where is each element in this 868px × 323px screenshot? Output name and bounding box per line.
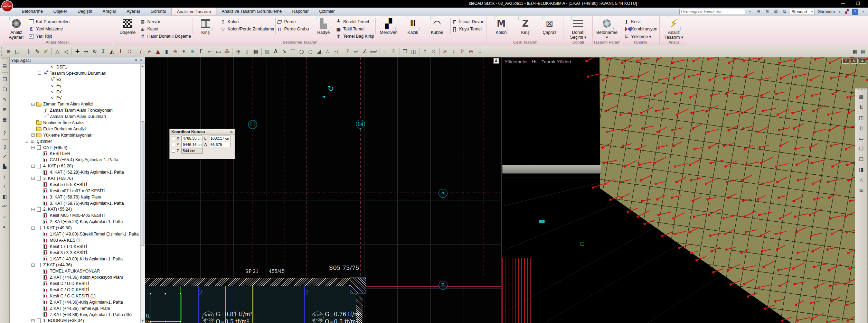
punching-shear-button[interactable]: ▽Kolon/Perde Zımbalama <box>220 26 274 32</box>
tree-row[interactable]: −Zaman Tanım Alanı Analizi <box>10 101 140 107</box>
grid-edit-icon[interactable]: ▦ <box>252 47 260 56</box>
y-lock-checkbox[interactable] <box>172 143 175 146</box>
app-logo[interactable]: ideCAD <box>1 0 13 12</box>
list-settings-icon[interactable]: ▤ <box>859 47 867 56</box>
tree-row[interactable]: 2. KAT(+55.24)-Kiriş Açılımları-1. Pafta <box>10 219 140 225</box>
selection-handle[interactable] <box>180 321 181 322</box>
protractor-icon[interactable]: ◁ <box>62 47 70 56</box>
menu-item-raporlar[interactable]: Raporlar <box>287 8 314 15</box>
level-mark-icon[interactable]: ⊥ <box>381 47 389 56</box>
selection-handle[interactable] <box>164 321 166 322</box>
z-coordinate-field[interactable] <box>181 148 203 154</box>
tree-row[interactable]: ∿Ex' <box>10 89 140 95</box>
copy-objects-up-icon[interactable]: ❏ <box>1 86 9 93</box>
more-icon[interactable]: ⌄ <box>475 47 484 56</box>
explode-icon[interactable]: ✶ <box>180 47 188 56</box>
cloud-icon[interactable]: ◌ <box>306 47 314 56</box>
slab-button[interactable]: Döşeme <box>115 17 140 35</box>
text-icon[interactable]: A <box>272 47 280 56</box>
close-icon[interactable]: ✕ <box>139 58 143 63</box>
page-new-icon[interactable]: ❐ <box>401 47 409 56</box>
collapse-icon[interactable]: − <box>31 227 35 230</box>
y-coordinate-field[interactable] <box>181 142 203 147</box>
trim-icon[interactable]: ∕ <box>136 47 145 56</box>
tree-row[interactable]: ∿Ex <box>10 76 140 83</box>
tree-row[interactable]: 1.KAT (+49.80)-Sürekli Temel Çizimleri-1… <box>10 231 140 237</box>
mirror-icon[interactable]: ◭ <box>108 47 116 56</box>
grid-plan-icon[interactable]: ▦ <box>857 93 866 101</box>
people-icon[interactable]: ◧ <box>1 193 9 200</box>
tree-row[interactable]: Kesit C / C-C KESİTİ <box>10 287 140 293</box>
fillet-icon[interactable]: Γ <box>197 47 205 56</box>
angle-query-icon[interactable]: ∠ <box>361 47 369 56</box>
steel-brace-button[interactable]: ⊠Çapraz <box>537 17 562 35</box>
dims-mm2-icon[interactable]: mm² <box>369 47 378 56</box>
more-dropdown-icon[interactable]: ▾ <box>860 9 867 15</box>
loading-define-button[interactable]: ⇊Yükleme ▾ <box>623 33 657 39</box>
select-region-icon[interactable]: ▭ <box>214 47 223 56</box>
selection-handle[interactable] <box>180 293 181 295</box>
auto-abc-icon[interactable]: ABC <box>1 203 9 210</box>
section-z-icon[interactable]: Z <box>1 153 9 160</box>
plus-level-icon[interactable]: +2 <box>332 47 340 56</box>
shear-wall-button[interactable]: Perde <box>277 19 309 25</box>
menu-item-betonarme[interactable]: Betonarme <box>17 8 48 15</box>
steel-beam-button[interactable]: ZKiriş <box>513 17 537 35</box>
expand-icon[interactable]: + <box>31 133 35 137</box>
l-length-field[interactable] <box>209 136 230 141</box>
retaining-wall-button[interactable]: Γİstinat Duvarı <box>452 19 485 25</box>
pen-icon[interactable]: ✎ <box>33 47 41 56</box>
object-list-icon[interactable]: ▤ <box>1 62 9 69</box>
circle-icon[interactable]: ○ <box>298 47 306 56</box>
style-select[interactable]: Standart▾ <box>790 9 814 15</box>
dialog-title-bar[interactable]: Koordinat Kutusu ✕ <box>170 129 235 135</box>
tree-scrollbar[interactable]: ▲ ▼ <box>140 64 145 323</box>
tree-row[interactable]: Kesit 1 / 1-1 KESİTİ <box>10 243 140 250</box>
coords-rotate-icon[interactable]: ⊕ <box>467 47 475 56</box>
selection-handle[interactable] <box>164 293 166 295</box>
spline-icon[interactable]: ∿ <box>280 47 289 56</box>
tree-row[interactable]: −CATI (+65.4) <box>10 145 140 151</box>
zoom-realtime-icon[interactable]: ⊕ <box>4 47 13 56</box>
tree-row[interactable]: 3. KAT (+58.76)-Kiriş Açılımları-1. Paft… <box>10 200 140 206</box>
scroll-up-icon[interactable]: ▲ <box>141 64 145 68</box>
table-select-icon[interactable]: ▦ <box>1 116 9 123</box>
panel-door-icon[interactable]: ▯ <box>243 47 251 56</box>
tree-row[interactable]: −3. KAT (+58.76) <box>10 175 140 182</box>
x-lock-checkbox[interactable] <box>172 137 175 140</box>
coordinate-box-dialog[interactable]: Koordinat Kutusu ✕ X L Y A Z <box>169 129 235 159</box>
wall-query-icon[interactable]: ? <box>343 47 352 56</box>
help-icon[interactable]: ? <box>852 9 858 15</box>
tree-row[interactable]: Kesit M05 / M05-M05 KESİTİ <box>10 212 140 219</box>
wall-pick-icon[interactable]: ◫ <box>857 114 866 121</box>
chamfer-icon[interactable]: ⌐ <box>206 47 214 56</box>
raft-foundation-button[interactable]: ▙Radye <box>311 17 336 35</box>
view-select[interactable]: Görünüm▾ <box>816 9 842 15</box>
copy-selection-icon[interactable]: ❐ <box>857 145 866 153</box>
tree-row[interactable]: 3. KAT (+58.76) Kalıp Planı <box>10 194 140 200</box>
menu-item-g-r-nt-[interactable]: Görüntü <box>145 8 171 15</box>
new-material-button[interactable]: ƐYeni Malzeme <box>28 26 69 32</box>
search-dropdown-icon[interactable]: ▾ <box>747 9 754 15</box>
page-grid-icon[interactable]: ◫ <box>409 47 418 56</box>
tree-row[interactable]: −4. KAT (+62.28) <box>10 163 140 169</box>
tree-row[interactable]: 4. KAT (+62.28)-Kiriş Açılımları-1. Paft… <box>10 169 140 175</box>
waffle-slab-button[interactable]: ⊞Kaset <box>140 26 191 32</box>
break-icon[interactable]: ✳ <box>171 47 179 56</box>
menu-item-analiz-ve-tasar-m[interactable]: Analiz ve Tasarım <box>171 8 216 15</box>
checkbox-screen-icon[interactable]: ⊠ <box>773 9 780 15</box>
section-define-button[interactable]: IKesit <box>623 19 657 25</box>
pin-icon[interactable]: ⚲ <box>134 58 139 63</box>
slope-icon[interactable]: ∕ <box>1 173 9 180</box>
export-up-icon[interactable]: ↥ <box>421 47 429 56</box>
scroll-down-icon[interactable]: ▼ <box>141 319 145 323</box>
paint-column-icon[interactable]: ▮ <box>162 47 171 56</box>
tree-row[interactable]: −≣Çizimler <box>10 138 140 145</box>
stamp-icon[interactable]: ▲ <box>154 47 162 56</box>
find-icon[interactable]: ⌕ <box>1 213 9 220</box>
foundation-tie-beam-button[interactable]: ‡Temel Bağ Kirişi <box>336 33 374 39</box>
tree-row[interactable]: −1. BODRUM (+38.34) <box>10 318 140 323</box>
collapse-icon[interactable]: − <box>31 208 35 211</box>
axis-skew-icon[interactable]: ⤫ <box>430 47 438 56</box>
combination-define-button[interactable]: Kombinasyon <box>623 26 657 32</box>
